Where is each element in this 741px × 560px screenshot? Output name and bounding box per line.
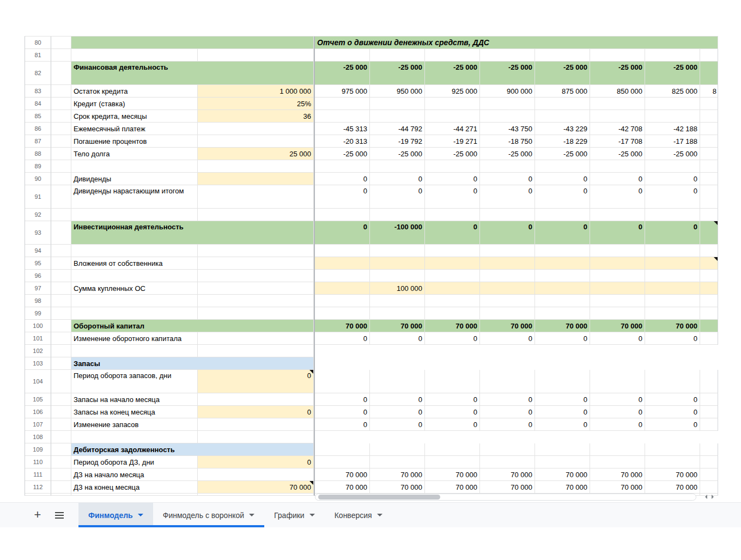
cell[interactable]: [71, 307, 198, 320]
cell[interactable]: 0: [645, 221, 700, 245]
cell[interactable]: 0: [480, 185, 535, 209]
cell[interactable]: [370, 456, 425, 468]
cell[interactable]: 70 000: [315, 481, 370, 494]
cell[interactable]: [51, 135, 71, 148]
cell[interactable]: [700, 62, 718, 85]
cell[interactable]: -25 000: [645, 62, 700, 85]
cell[interactable]: [51, 110, 71, 123]
cell[interactable]: [425, 98, 480, 110]
cell[interactable]: [51, 332, 71, 345]
cell[interactable]: -18 229: [535, 135, 590, 148]
cell[interactable]: [700, 370, 718, 393]
cell[interactable]: [51, 98, 71, 110]
cell[interactable]: -45 313: [315, 123, 370, 135]
cell[interactable]: [370, 431, 425, 443]
cell[interactable]: 0: [198, 370, 314, 393]
row-header[interactable]: 105: [25, 393, 51, 406]
cell[interactable]: [590, 245, 645, 257]
sheet-tab[interactable]: Финмодель с воронкой: [153, 503, 264, 527]
cell[interactable]: [700, 295, 718, 307]
cell[interactable]: 25%: [198, 98, 314, 110]
tab-dropdown-icon[interactable]: [309, 514, 315, 516]
cell[interactable]: Ежемесячный платеж: [71, 123, 198, 135]
cell[interactable]: [71, 431, 198, 443]
cell[interactable]: 70 000: [425, 481, 480, 494]
cell[interactable]: [480, 345, 535, 357]
cell[interactable]: [71, 270, 198, 282]
cell[interactable]: 0: [590, 185, 645, 209]
cell[interactable]: [590, 49, 645, 62]
cell[interactable]: [71, 494, 198, 496]
row-header[interactable]: 94: [25, 245, 51, 257]
cell[interactable]: 0: [370, 185, 425, 209]
cell[interactable]: [198, 307, 314, 320]
cell[interactable]: 0: [535, 173, 590, 185]
cell[interactable]: 0: [480, 406, 535, 418]
cell[interactable]: 0: [535, 221, 590, 245]
sheet-tab[interactable]: Графики: [264, 503, 325, 527]
cell[interactable]: [198, 123, 314, 135]
cell[interactable]: -25 000: [590, 148, 645, 160]
cell[interactable]: 70 000: [315, 468, 370, 481]
scrollbar-track[interactable]: [315, 494, 696, 501]
scroll-left-icon[interactable]: [703, 495, 707, 499]
cell[interactable]: [51, 320, 71, 332]
add-sheet-button[interactable]: +: [31, 503, 45, 527]
cell[interactable]: 0: [315, 221, 370, 245]
cell[interactable]: 1 000 000: [198, 85, 314, 98]
row-header[interactable]: 110: [25, 456, 51, 468]
row-header[interactable]: 104: [25, 370, 51, 393]
cell[interactable]: [700, 270, 718, 282]
cell[interactable]: [315, 282, 370, 295]
cell[interactable]: [370, 357, 425, 370]
cell[interactable]: [198, 173, 314, 185]
cell[interactable]: [590, 98, 645, 110]
cell[interactable]: -25 000: [370, 62, 425, 85]
cell[interactable]: 0: [315, 393, 370, 406]
cell[interactable]: [370, 110, 425, 123]
cell[interactable]: 70 000: [590, 481, 645, 494]
cell[interactable]: Запасы на конец месяца: [71, 406, 198, 418]
cell[interactable]: [700, 320, 718, 332]
cell[interactable]: [590, 282, 645, 295]
cell[interactable]: Остаток кредита: [71, 85, 198, 98]
cell[interactable]: Вложения от собственника: [71, 257, 198, 270]
cell[interactable]: [51, 209, 71, 221]
row-header[interactable]: 83: [25, 85, 51, 98]
cell[interactable]: [480, 456, 535, 468]
cell[interactable]: 0: [480, 332, 535, 345]
cell[interactable]: [700, 245, 718, 257]
cell[interactable]: [315, 160, 370, 173]
cell[interactable]: [590, 295, 645, 307]
cell[interactable]: 0: [645, 393, 700, 406]
cell[interactable]: [480, 270, 535, 282]
cell[interactable]: [535, 245, 590, 257]
cell[interactable]: [535, 456, 590, 468]
cell[interactable]: [590, 110, 645, 123]
cell[interactable]: 0: [535, 418, 590, 431]
cell[interactable]: [535, 370, 590, 393]
cell[interactable]: [51, 494, 71, 496]
cell[interactable]: 0: [198, 456, 314, 468]
cell[interactable]: [370, 245, 425, 257]
row-header[interactable]: 100: [25, 320, 51, 332]
cell[interactable]: 975 000: [315, 85, 370, 98]
cell[interactable]: [645, 257, 700, 270]
cell[interactable]: -100 000: [370, 221, 425, 245]
cell[interactable]: -25 000: [645, 148, 700, 160]
cell[interactable]: [51, 345, 71, 357]
cell[interactable]: [51, 62, 71, 85]
cell[interactable]: [425, 209, 480, 221]
row-header[interactable]: 89: [25, 160, 51, 173]
cell[interactable]: [480, 110, 535, 123]
cell[interactable]: 0: [645, 173, 700, 185]
cell[interactable]: -17 708: [590, 135, 645, 148]
cell[interactable]: [370, 209, 425, 221]
cell[interactable]: [590, 357, 645, 370]
cell[interactable]: [700, 406, 718, 418]
cell[interactable]: [590, 456, 645, 468]
cell[interactable]: 0: [590, 418, 645, 431]
row-header[interactable]: 102: [25, 345, 51, 357]
cell[interactable]: 0: [535, 406, 590, 418]
cell[interactable]: [425, 443, 480, 456]
